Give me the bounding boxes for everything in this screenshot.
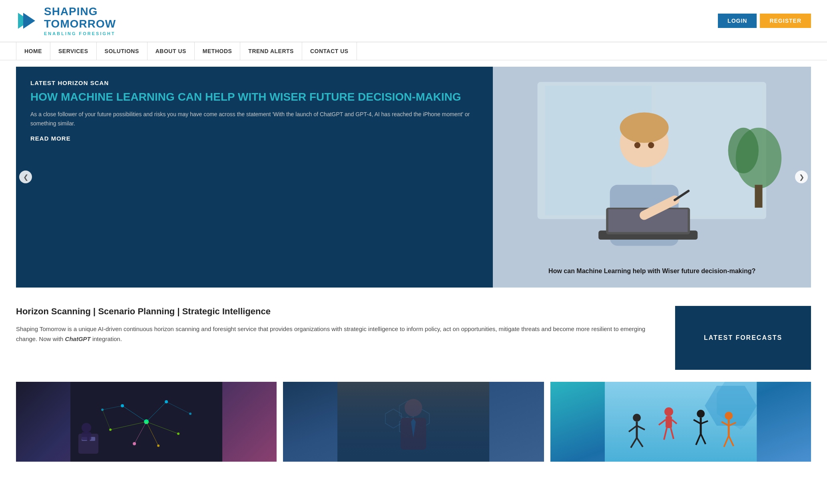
svg-rect-8	[755, 185, 763, 207]
hero-carousel: ❮ LATEST HORIZON SCAN HOW MACHINE LEARNI…	[16, 67, 811, 288]
svg-point-7	[728, 127, 759, 173]
logo-icon	[16, 9, 40, 33]
carousel-next-button[interactable]: ❯	[795, 171, 808, 183]
nav-item-about-us[interactable]: ABOUT US	[147, 42, 195, 60]
body-text-part2: integration.	[91, 335, 122, 342]
svg-point-62	[664, 407, 673, 416]
header-buttons: LOGIN REGISTER	[718, 14, 811, 28]
card-image-3	[550, 382, 811, 462]
business-illustration	[283, 382, 544, 462]
main-nav: HOME SERVICES SOLUTIONS ABOUT US METHODS…	[0, 42, 827, 60]
card-2[interactable]	[283, 382, 544, 462]
hero-label: LATEST HORIZON SCAN	[30, 79, 478, 86]
hero-read-more-link[interactable]: READ MORE	[30, 135, 478, 142]
register-button[interactable]: REGISTER	[760, 14, 811, 28]
svg-point-17	[634, 142, 640, 148]
cards-row	[0, 378, 827, 474]
logo-text: SHAPING TOMORROW ENABLING FORESIGHT	[44, 6, 116, 36]
hero-content: LATEST HORIZON SCAN HOW MACHINE LEARNING…	[16, 67, 493, 288]
logo-subtitle: ENABLING FORESIGHT	[44, 31, 116, 36]
nav-item-home[interactable]: HOME	[16, 42, 50, 60]
card-3[interactable]	[550, 382, 811, 462]
svg-point-68	[697, 410, 705, 418]
hero-illustration	[493, 67, 811, 288]
hero-image-caption: How can Machine Learning help with Wiser…	[501, 267, 803, 276]
latest-forecasts-box[interactable]: LATEST FORECASTS	[675, 306, 811, 370]
hero-image: How can Machine Learning help with Wiser…	[493, 67, 811, 288]
svg-rect-63	[666, 416, 672, 428]
network-graph-illustration	[16, 382, 277, 462]
hero-title: HOW MACHINE LEARNING CAN HELP WITH WISER…	[30, 90, 478, 104]
nav-item-trend-alerts[interactable]: TREND ALERTS	[240, 42, 302, 60]
svg-marker-1	[23, 13, 35, 29]
carousel-prev-button[interactable]: ❮	[19, 171, 32, 183]
main-content-area: Horizon Scanning | Scenario Planning | S…	[0, 294, 827, 378]
login-button[interactable]: LOGIN	[718, 14, 757, 28]
nav-item-solutions[interactable]: SOLUTIONS	[97, 42, 147, 60]
hero-body: As a close follower of your future possi…	[30, 110, 478, 128]
section-body: Shaping Tomorrow is a unique AI-driven c…	[16, 324, 663, 344]
nav-item-methods[interactable]: METHODS	[195, 42, 241, 60]
logo-title: SHAPING TOMORROW	[44, 6, 116, 30]
card-image-1	[16, 382, 277, 462]
chatgpt-reference: ChatGPT	[65, 335, 91, 342]
logo-area: SHAPING TOMORROW ENABLING FORESIGHT	[16, 6, 116, 36]
svg-point-56	[633, 414, 641, 422]
card-1[interactable]	[16, 382, 277, 462]
nav-item-services[interactable]: SERVICES	[50, 42, 97, 60]
svg-point-41	[82, 423, 91, 433]
svg-rect-42	[82, 432, 91, 440]
site-header: SHAPING TOMORROW ENABLING FORESIGHT LOGI…	[0, 0, 827, 42]
svg-point-74	[725, 412, 733, 420]
svg-point-18	[648, 142, 654, 148]
svg-rect-51	[337, 382, 489, 462]
section-headline: Horizon Scanning | Scenario Planning | S…	[16, 306, 663, 317]
main-description: Horizon Scanning | Scenario Planning | S…	[16, 306, 663, 370]
forecasts-sidebar: LATEST FORECASTS	[675, 306, 811, 370]
nav-item-contact-us[interactable]: CONTACT US	[302, 42, 357, 60]
card-image-2	[283, 382, 544, 462]
svg-point-10	[620, 112, 669, 143]
forecasts-label: LATEST FORECASTS	[704, 334, 782, 341]
celebration-illustration	[550, 382, 811, 462]
